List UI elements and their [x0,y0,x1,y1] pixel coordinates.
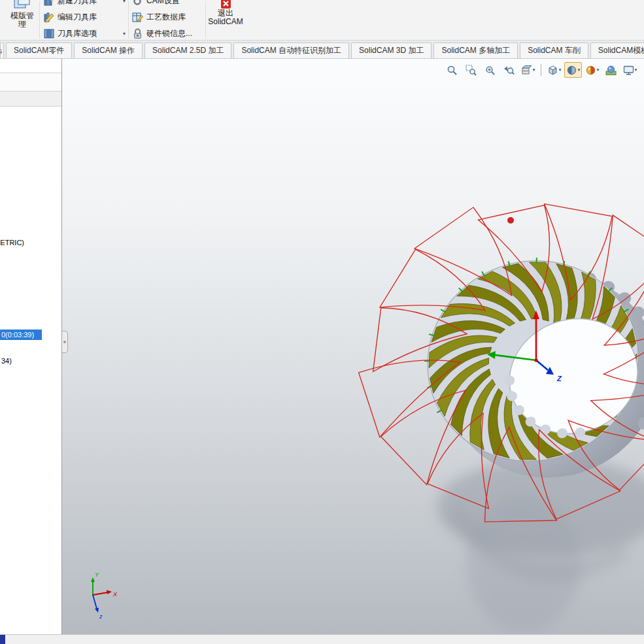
view-settings-button[interactable]: ▾ [621,62,639,78]
heads-up-view-toolbar: ▾ ▾ ▾ [443,62,639,78]
view-triad: Y X z [91,571,118,620]
section-view-button[interactable]: ▾ [519,62,537,78]
edit-tool-library-button[interactable]: 编辑刀具库 [43,9,128,25]
zoom-in-out-icon [484,65,496,76]
dropdown-caret-icon[interactable]: ▾ [533,67,535,73]
edit-tool-library-icon [43,12,54,23]
exit-label-line2: SolidCAM [208,18,243,26]
display-style-icon [566,65,577,76]
apply-scene-icon [605,65,617,76]
panel-header [0,59,61,73]
apply-scene-button[interactable] [602,62,620,78]
ribbon-separator [39,1,40,39]
tab-solidcam-part[interactable]: SolidCAM零件 [6,42,72,58]
tool-library-options-button[interactable]: 刀具库选项 ▾ [43,25,128,41]
dropdown-caret-icon[interactable]: ▾ [597,67,600,73]
ribbon-separator [128,1,129,39]
exit-solidcam-button[interactable]: 退出 SolidCAM [208,0,243,26]
triad-x-arrow [107,590,112,595]
hardware-lock-info-button[interactable]: 硬件锁信息... [132,25,204,41]
status-left-accent [0,635,5,644]
command-manager-tabbar: s SolidCAM零件 SolidCAM 操作 SolidCAM 2.5D 加… [0,41,644,59]
display-style-button[interactable]: ▾ [564,62,582,78]
section-view-icon [521,65,532,76]
panel-tab-strip[interactable] [0,73,61,92]
zoom-to-area-button[interactable] [462,62,480,78]
view-settings-icon [623,65,634,76]
process-database-label: 工艺数据库 [146,12,186,23]
view-orientation-icon [547,65,558,76]
tool-library-options-icon [43,28,54,39]
panel-toolbar[interactable] [0,92,61,107]
dropdown-caret-icon[interactable]: ▾ [123,0,128,4]
triad-x-label: X [112,591,118,598]
edit-appearance-button[interactable]: ▾ [583,62,601,78]
new-tool-library-button[interactable]: 新建刀具库 ▾ [43,0,128,8]
origin-z-label: Z [556,375,562,382]
zoom-to-fit-button[interactable] [443,62,461,78]
triad-z-arrow [95,608,99,613]
process-database-icon [132,12,143,23]
previous-view-button[interactable] [500,62,518,78]
edit-appearance-icon [585,65,596,76]
zoom-to-area-icon [466,65,477,76]
template-manager-label2: 理 [18,20,26,29]
template-manager-icon [12,0,32,12]
3d-scene[interactable]: Z Y X z [62,59,644,634]
ribbon-separator [205,1,206,39]
tab-solidcam-operations[interactable]: SolidCAM 操作 [74,42,143,58]
toolpath-start-point [507,217,514,224]
zoom-in-out-button[interactable] [481,62,499,78]
cam-settings-icon [132,0,143,7]
status-bar [0,634,644,644]
dropdown-caret-icon[interactable]: ▾ [635,67,637,73]
feature-tree-panel: ETRIC) 0(0:03:39) 34) [0,59,62,634]
new-tool-library-icon [43,0,54,7]
tree-item-operation-selected[interactable]: 0(0:03:39) [0,330,42,340]
tab-solidcam-template[interactable]: SolidCAM模板 [590,42,644,58]
dropdown-caret-icon[interactable]: ▾ [559,67,562,73]
tab-solidcam-multiaxis[interactable]: SolidCAM 多轴加工 [433,42,518,58]
hardware-lock-label: 硬件锁信息... [146,28,192,39]
zoom-to-fit-icon [447,65,458,76]
gear-shadow [437,458,644,632]
cam-settings-label: CAM设置 [146,0,180,7]
tree-item-operation-time[interactable]: 34) [1,357,12,365]
triad-z-label: z [99,613,103,620]
cam-settings-button[interactable]: CAM设置 [132,0,204,8]
tab-solidcam-25d[interactable]: SolidCAM 2.5D 加工 [144,42,231,58]
panel-collapse-handle[interactable] [62,331,68,353]
triad-y-arrow [91,577,95,582]
toolbar-separator [541,64,541,76]
tab-solidcam-3d[interactable]: SolidCAM 3D 加工 [351,42,432,58]
exit-solidcam-icon [220,0,231,9]
viewport-3d[interactable]: ▾ ▾ ▾ [62,59,644,634]
template-manager-button[interactable]: 模版管 理 [5,0,39,29]
tool-library-options-label: 刀具库选项 [58,28,97,39]
main-area: ETRIC) 0(0:03:39) 34) [0,59,644,634]
tab-partial-left[interactable]: s [0,42,4,58]
tree-item-configuration[interactable]: ETRIC) [0,239,24,246]
hardware-lock-icon [132,28,143,39]
tab-solidcam-turning[interactable]: SolidCAM 车削 [520,42,588,58]
new-tool-library-label: 新建刀具库 [58,0,97,7]
triad-y-label: Y [95,571,99,578]
view-orientation-button[interactable]: ▾ [545,62,563,78]
process-database-button[interactable]: 工艺数据库 [132,9,204,25]
tab-solidcam-afrm[interactable]: SolidCAM 自动特征识别加工 [233,42,349,58]
ribbon: 模版管 理 新建刀具库 ▾ 编辑刀具库 刀具库选项 ▾ [0,0,644,41]
dropdown-caret-icon[interactable]: ▾ [578,67,581,73]
previous-view-icon [503,65,515,76]
edit-tool-library-label: 编辑刀具库 [58,12,97,23]
dropdown-caret-icon[interactable]: ▾ [123,31,128,37]
